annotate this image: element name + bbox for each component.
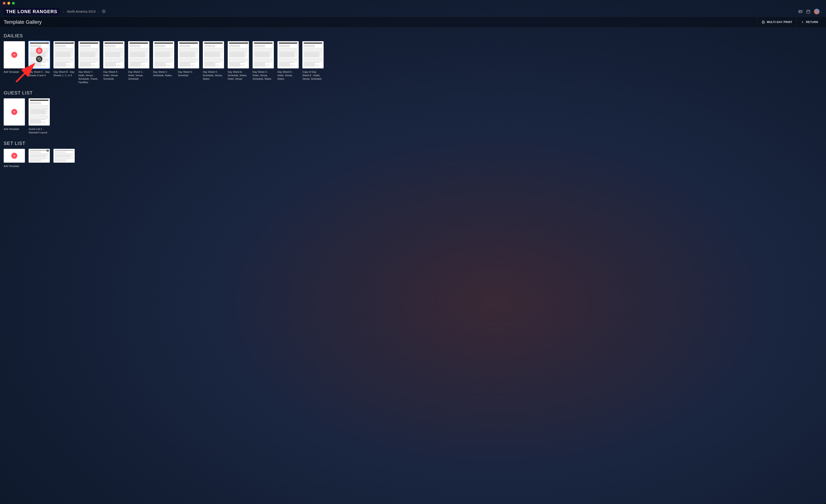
template-label: Day Sheet 5 - Hotel, Venue, Notes [278,70,299,81]
brand-logo[interactable]: THE LONE RANGERS [4,8,60,15]
plus-icon: + [11,109,17,115]
template-thumbnail[interactable] [253,41,274,68]
template-card[interactable]: Day Sheet C - Day Sheets 3 and 4 [28,41,50,84]
template-label: Day Sheet 7 - Hotel, Venue, Schedule, Tr… [78,70,100,84]
template-card[interactable]: Day Sheet A - Schedule, Notes, Hotel, Ve… [228,41,249,84]
minimize-window-button[interactable] [7,2,10,5]
svg-rect-3 [807,10,810,13]
template-card[interactable]: Copy of Day Sheet 8 - Hotel, Venue, Sche… [302,41,323,84]
add-template-label: Add Template [4,70,25,74]
template-card[interactable]: Day Sheet 5 - Hotel, Venue, Notes [278,41,299,84]
template-label: Day Sheet 3 - Hotel, Venue, Schedule, No… [253,70,274,81]
tour-selector[interactable]: North America 2019 ⌄ [67,10,99,13]
template-thumbnail[interactable] [78,41,100,68]
close-window-button[interactable] [3,2,5,5]
printer-icon [762,20,765,24]
template-thumbnail[interactable] [228,41,249,68]
avatar[interactable] [814,9,820,14]
template-card[interactable]: Day Sheet 4 - Schedule, Venue, Notes [203,41,224,84]
template-card[interactable]: Day Sheet B - Day Sheets 1, 2, or 5 [54,41,75,84]
template-card[interactable]: Day Sheet 7 - Hotel, Venue, Schedule, Tr… [78,41,100,84]
template-thumbnail[interactable] [128,41,150,68]
template-label: Day Sheet B - Day Sheets 1, 2, or 5 [54,70,75,77]
add-template-label: Add Template [4,165,25,168]
template-card[interactable]: Day Sheet 1 - Hotel, Venue, Schedule [128,41,150,84]
section-title-dailies: DAILIES [4,33,822,39]
page-title: Template Gallery [4,19,42,25]
plus-icon: + [11,153,17,159]
add-template-card[interactable]: +Add Template [4,149,25,168]
template-thumbnail[interactable] [278,41,299,68]
template-label: Guest List 1 - Standard Layout [28,127,50,134]
section-title-guest-list: GUEST LIST [4,90,822,96]
template-label: Day Sheet 6 - Schedule [178,70,199,77]
add-template-card[interactable]: +Add Template [4,99,25,134]
template-label: Day Sheet 8 - Hotel, Venue, Schedule [103,70,124,81]
set-list-grid: +Add Template [4,149,822,168]
plus-icon: + [11,52,17,58]
window-titlebar [0,0,826,6]
template-label: Day Sheet 4 - Schedule, Venue, Notes [203,70,224,81]
template-thumbnail[interactable] [54,149,75,163]
multi-day-print-button[interactable]: MULTI-DAY PRINT [757,17,796,27]
template-thumbnail[interactable] [28,99,50,126]
svg-rect-5 [39,51,40,52]
duplicate-template-button[interactable] [36,56,42,62]
tour-selector-label: North America 2019 [67,10,96,13]
template-thumbnail[interactable] [178,41,199,68]
template-label: Day Sheet C - Day Sheets 3 and 4 [28,70,50,77]
template-label: Day Sheet 2 - Schedule, Notes [153,70,174,77]
template-card[interactable]: Day Sheet 8 - Hotel, Venue, Schedule [103,41,124,84]
template-card[interactable]: Day Sheet 2 - Schedule, Notes [153,41,174,84]
template-card[interactable] [28,149,50,168]
template-card[interactable] [54,149,75,168]
svg-rect-6 [39,59,41,60]
return-button[interactable]: RETURN [796,17,822,27]
gear-icon[interactable] [102,9,106,14]
template-thumbnail[interactable] [153,41,174,68]
content-area: DAILIES +Add TemplateDay Sheet C - Day S… [0,27,826,504]
calendar-icon[interactable] [806,9,810,14]
svg-point-2 [800,11,800,12]
print-template-button[interactable] [36,48,42,54]
add-template-label: Add Template [4,127,25,131]
chevron-down-icon: ⌄ [97,10,99,13]
dailies-grid: +Add TemplateDay Sheet C - Day Sheets 3 … [4,41,822,84]
guest-list-grid: +Add TemplateGuest List 1 - Standard Lay… [4,99,822,134]
chevron-down-icon[interactable]: ⌄ [821,10,822,13]
template-label: Day Sheet 1 - Hotel, Venue, Schedule [128,70,150,81]
section-title-set-list: SET LIST [4,141,822,146]
template-thumbnail[interactable] [103,41,124,68]
template-card[interactable]: Day Sheet 6 - Schedule [178,41,199,84]
chevron-down-icon[interactable]: ⌄ [62,10,64,13]
template-thumbnail[interactable] [302,41,323,68]
template-card[interactable]: Guest List 1 - Standard Layout [28,99,50,134]
svg-rect-4 [763,22,764,23]
template-card[interactable]: Day Sheet 3 - Hotel, Venue, Schedule, No… [253,41,274,84]
template-label: Copy of Day Sheet 8 - Hotel, Venue, Sche… [302,70,323,81]
chevron-left-icon [801,20,804,24]
svg-point-0 [103,11,104,12]
template-label: Day Sheet A - Schedule, Notes, Hotel, Ve… [228,70,249,81]
template-thumbnail[interactable] [28,41,50,68]
top-nav: THE LONE RANGERS ⌄ North America 2019 ⌄ … [0,6,826,16]
contact-card-icon[interactable] [799,9,803,14]
template-thumbnail[interactable] [54,41,75,68]
template-thumbnail[interactable] [203,41,224,68]
maximize-window-button[interactable] [12,2,15,5]
template-thumbnail[interactable] [28,149,50,163]
page-header: Template Gallery MULTI-DAY PRINT RETURN [0,16,826,27]
add-template-card[interactable]: +Add Template [4,41,25,84]
